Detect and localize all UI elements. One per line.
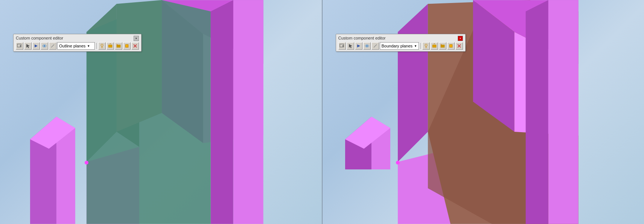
svg-marker-3 [35,44,38,47]
left-toolbar-row: Outline planes ▼ [16,42,139,50]
left-dropdown-arrow: ▼ [87,44,90,48]
right-toolbar-title: Custom component editor [338,36,386,41]
svg-rect-11 [117,45,120,47]
right-dropdown-label: Boundary planes [382,44,413,48]
svg-marker-27 [434,43,435,44]
r-center-left-face [397,4,428,162]
r-tb-btn-pick[interactable] [422,42,430,50]
right-toolbar: Custom component editor × Boundary plane… [336,34,466,52]
r-tb-btn-delete[interactable] [455,42,463,50]
tb-btn-arrow-left[interactable] [16,42,23,50]
r-tb-btn-scale[interactable] [447,42,455,50]
svg-rect-28 [441,45,445,47]
right-beam-left-face [211,0,233,224]
svg-rect-9 [108,45,112,47]
angled-teal [117,0,162,132]
r-pink-marker-dot [396,161,399,165]
r-tb-btn-cursor[interactable] [347,42,354,50]
tb-btn-play[interactable] [32,42,40,50]
r-tb-btn-move[interactable] [431,42,438,50]
tb-btn-pick[interactable] [98,42,106,50]
tb-btn-eye[interactable] [41,42,48,50]
tb-btn-cursor[interactable] [24,42,32,50]
left-dropdown[interactable]: Outline planes ▼ [57,42,95,50]
left-panel: Custom component editor × Outline planes [0,0,322,224]
svg-marker-20 [357,44,360,47]
svg-marker-10 [110,43,111,44]
left-close-btn[interactable]: × [134,36,139,41]
right-toolbar-row: Boundary planes ▼ [338,42,463,50]
tb-btn-scale[interactable] [123,42,131,50]
r-tb-sep-1 [420,43,421,49]
r-tb-btn-play[interactable] [355,42,362,50]
r-tb-btn-rotate[interactable] [439,42,446,50]
right-dropdown-arrow: ▼ [414,44,417,48]
svg-rect-14 [126,45,128,47]
svg-line-6 [51,44,54,47]
tb-sep-1 [96,43,97,49]
svg-line-23 [374,44,377,47]
tb-btn-move[interactable] [107,42,114,50]
svg-point-7 [101,44,103,46]
svg-point-24 [425,44,427,46]
right-panel: Custom component editor × Boundary plane… [323,0,644,224]
r-right-beam-left [525,0,548,224]
tb-btn-slash[interactable] [49,42,56,50]
right-beam-face [233,0,263,224]
left-toolbar: Custom component editor × Outline planes [13,34,142,52]
svg-rect-31 [450,45,452,47]
left-toolbar-title: Custom component editor [16,36,63,41]
r-right-beam [548,0,578,224]
svg-rect-26 [432,45,436,47]
svg-point-22 [366,45,368,47]
tb-btn-rotate[interactable] [115,42,122,50]
right-close-btn[interactable]: × [458,36,463,41]
svg-marker-2 [26,44,30,48]
r-tb-btn-eye[interactable] [363,42,371,50]
svg-point-5 [44,45,45,47]
r-tb-btn-slash[interactable] [371,42,379,50]
tb-btn-delete[interactable] [131,42,139,50]
right-dropdown[interactable]: Boundary planes ▼ [380,42,419,50]
r-tb-btn-arrow-left[interactable] [338,42,346,50]
pink-marker-dot [85,161,88,165]
left-dropdown-label: Outline planes [59,44,85,48]
svg-marker-19 [349,44,352,48]
